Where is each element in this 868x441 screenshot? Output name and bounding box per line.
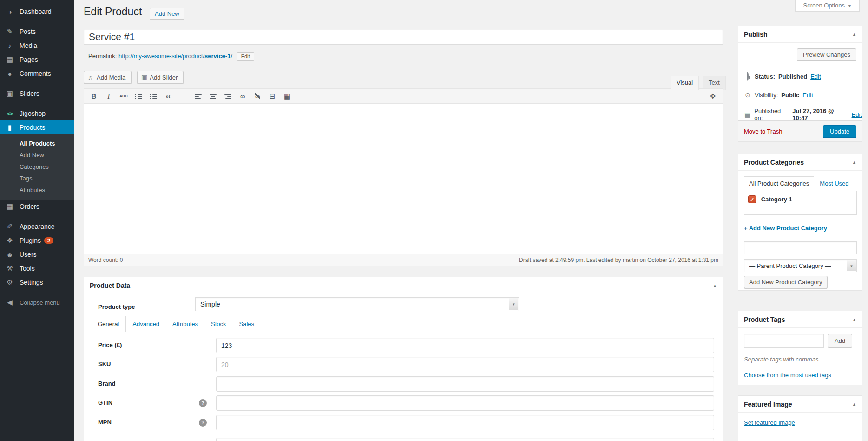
parent-category-select[interactable]: — Parent Product Category — ▼	[744, 259, 857, 272]
visibility-label: Visibility:	[755, 92, 778, 99]
horizontal-rule-button[interactable]: —	[177, 91, 189, 102]
clipped-input[interactable]	[216, 438, 714, 441]
tab-visual[interactable]: Visual	[671, 76, 699, 90]
new-category-name-input[interactable]	[744, 241, 857, 254]
sidebar-item-label: Media	[20, 42, 37, 49]
permalink-link[interactable]: http://my-awesome-site/product/service-1…	[118, 53, 232, 60]
sliders-icon: ▣	[5, 89, 15, 98]
brand-input[interactable]	[216, 376, 714, 392]
collapse-toggle-icon[interactable]: ▲	[852, 32, 856, 37]
sidebar-item-tools[interactable]: ⚒Tools	[0, 261, 74, 275]
sidebar-item-appearance[interactable]: ✐Appearance	[0, 220, 74, 234]
product-type-value: Simple	[200, 301, 220, 308]
tab-general[interactable]: General	[91, 316, 126, 332]
edit-status-link[interactable]: Edit	[810, 73, 821, 80]
collapse-toggle-icon[interactable]: ▲	[852, 160, 856, 165]
sidebar-item-media[interactable]: ♪Media	[0, 39, 74, 53]
media-icon: ♬	[88, 74, 94, 81]
submenu-categories[interactable]: Categories	[0, 161, 74, 173]
sidebar-item-products[interactable]: ▮Products	[0, 120, 74, 134]
tab-advanced[interactable]: Advanced	[126, 316, 166, 332]
category-checkbox-checked[interactable]: ✓	[748, 195, 756, 203]
permalink-slug: service-1	[204, 53, 230, 60]
fullscreen-button[interactable]: ✥	[707, 91, 719, 102]
link-icon: ∞	[240, 92, 245, 100]
sidebar-item-jigoshop[interactable]: <>Jigoshop	[0, 107, 74, 120]
product-tags-panel: Product Tags ▲ Add Separate tags with co…	[738, 311, 862, 385]
submenu-add-new[interactable]: Add New	[0, 149, 74, 161]
help-icon[interactable]: ?	[199, 399, 207, 407]
choose-most-used-tags-link[interactable]: Choose from the most used tags	[744, 372, 831, 379]
preview-changes-button[interactable]: Preview Changes	[797, 48, 856, 61]
align-left-button[interactable]	[192, 91, 204, 102]
featured-image-panel: Featured Image ▲ Set featured image	[738, 395, 862, 441]
remove-link-button[interactable]: ∞	[251, 91, 263, 102]
product-data-header[interactable]: Product Data ▲	[84, 277, 723, 294]
collapse-menu-button[interactable]: ◀Collapse menu	[0, 295, 74, 309]
product-categories-header[interactable]: Product Categories ▲	[738, 154, 862, 171]
bulleted-list-button[interactable]	[132, 91, 145, 102]
sku-input[interactable]	[216, 357, 714, 372]
help-icon[interactable]: ?	[199, 419, 207, 427]
more-tag-icon: ⊟	[270, 92, 276, 100]
insert-link-button[interactable]: ∞	[237, 91, 249, 102]
tab-sales[interactable]: Sales	[233, 316, 261, 332]
sidebar-item-users[interactable]: ☻Users	[0, 247, 74, 261]
numbered-list-button[interactable]	[147, 91, 159, 102]
featured-image-header[interactable]: Featured Image ▲	[738, 396, 862, 413]
collapse-toggle-icon[interactable]: ▲	[713, 283, 717, 288]
product-type-select[interactable]: Simple ▼	[195, 297, 519, 311]
sidebar-item-orders[interactable]: ▦Orders	[0, 200, 74, 214]
tab-stock[interactable]: Stock	[204, 316, 233, 332]
align-right-button[interactable]	[222, 91, 234, 102]
add-tag-button[interactable]: Add	[828, 334, 852, 347]
blockquote-button[interactable]: “	[162, 91, 174, 102]
submenu-all-products[interactable]: All Products	[0, 138, 74, 149]
edit-published-link[interactable]: Edit	[852, 111, 862, 118]
comments-icon: ●	[5, 70, 15, 78]
more-tag-button[interactable]: ⊟	[266, 91, 278, 102]
sidebar-item-dashboard[interactable]: ◑Dashboard	[0, 5, 74, 19]
bold-button[interactable]: B	[88, 91, 100, 102]
toolbar-toggle-icon: ▦	[284, 92, 290, 100]
edit-visibility-link[interactable]: Edit	[802, 92, 813, 99]
add-new-button[interactable]: Add New	[150, 8, 184, 20]
sidebar-item-pages[interactable]: ▤Pages	[0, 53, 74, 67]
product-title-input[interactable]	[84, 29, 723, 45]
toolbar-toggle-button[interactable]: ▦	[281, 91, 293, 102]
gtin-input[interactable]	[216, 395, 714, 411]
tab-most-used[interactable]: Most Used	[814, 177, 854, 190]
add-new-category-button[interactable]: Add New Product Category	[744, 276, 828, 288]
sidebar-item-plugins[interactable]: ❖Plugins2	[0, 234, 74, 247]
strikethrough-button[interactable]: ABC	[118, 91, 130, 102]
tab-attributes[interactable]: Attributes	[166, 316, 204, 332]
add-new-category-link[interactable]: + Add New Product Category	[744, 225, 827, 232]
editor-content-area[interactable]	[84, 104, 723, 254]
sidebar-item-comments[interactable]: ●Comments	[0, 67, 74, 80]
submenu-tags[interactable]: Tags	[0, 173, 74, 184]
sidebar-item-posts[interactable]: ✎Posts	[0, 25, 74, 39]
align-center-button[interactable]	[207, 91, 219, 102]
sidebar-item-label: Collapse menu	[20, 299, 60, 306]
add-slider-button[interactable]: ▣Add Slider	[137, 71, 184, 84]
publish-header[interactable]: Publish ▲	[738, 26, 862, 43]
submenu-attributes[interactable]: Attributes	[0, 184, 74, 196]
permalink: Permalink: http://my-awesome-site/produc…	[88, 52, 254, 60]
mpn-input[interactable]	[216, 415, 714, 430]
collapse-toggle-icon[interactable]: ▲	[852, 317, 856, 322]
sidebar-item-sliders[interactable]: ▣Sliders	[0, 87, 74, 100]
sidebar-item-settings[interactable]: ⚙Settings	[0, 275, 74, 289]
tab-text[interactable]: Text	[703, 76, 726, 90]
screen-options-tab[interactable]: Screen Options▼	[795, 0, 860, 12]
update-button[interactable]: Update	[823, 125, 856, 138]
new-tag-input[interactable]	[744, 334, 824, 348]
price-input[interactable]	[216, 338, 714, 353]
set-featured-image-link[interactable]: Set featured image	[744, 419, 795, 426]
collapse-toggle-icon[interactable]: ▲	[852, 402, 856, 407]
product-tags-header[interactable]: Product Tags ▲	[738, 311, 862, 328]
add-media-button[interactable]: ♬Add Media	[84, 71, 132, 84]
tab-all-categories[interactable]: All Product Categories	[744, 176, 814, 191]
move-to-trash-link[interactable]: Move to Trash	[744, 128, 782, 135]
edit-permalink-button[interactable]: Edit	[237, 52, 254, 60]
italic-button[interactable]: I	[103, 91, 115, 102]
